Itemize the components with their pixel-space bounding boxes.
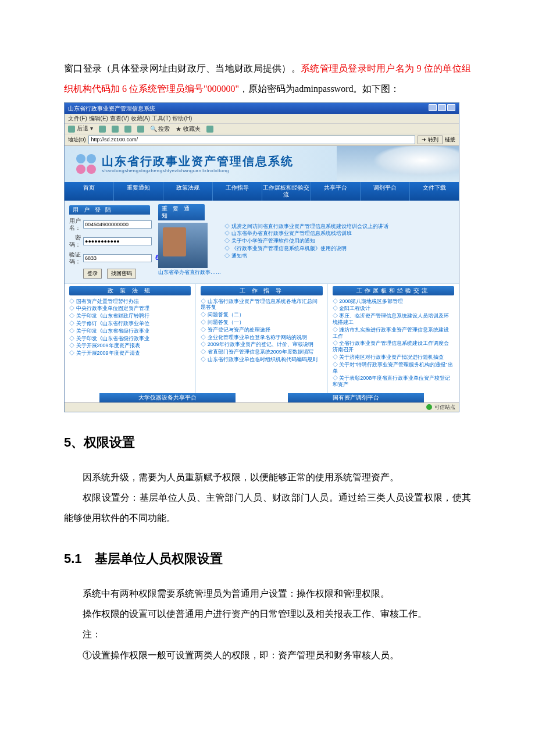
footer-link-right[interactable]: 国有资产调剂平台	[288, 393, 424, 402]
list-item[interactable]: 关于修订《山东省行政事业单位	[69, 320, 191, 327]
list-item[interactable]: 枣庄、临沂资产管理信息系统建设人员培训及环境搭建工	[333, 312, 454, 326]
list-item[interactable]: 山东省举办省直行政事业资产管理信息系统线培训班	[224, 230, 388, 237]
list-item[interactable]: 关于印发《山东省省级行政事业	[69, 327, 191, 335]
list-item[interactable]: 观赏之间访问省直行政事业资产管理信息系统建设培训会议上的讲话	[224, 223, 388, 230]
notice-list: 观赏之间访问省直行政事业资产管理信息系统建设培训会议上的讲话 山东省举办省直行政…	[224, 223, 388, 276]
maximize-icon[interactable]	[438, 104, 446, 111]
list-item[interactable]: 《行政事业资产管理信息系统单机版》使用的说明	[224, 245, 388, 252]
list-item[interactable]: 关于开展2009年度资产报表	[69, 342, 191, 350]
back-label: 后退	[77, 125, 88, 131]
nav-item[interactable]: 工作指导	[213, 182, 262, 201]
list-item[interactable]: 山东省行政事业单位临时组织机构代码编码规则	[201, 356, 322, 363]
status-text: 可信站点	[434, 404, 455, 411]
password-label: 密 码：	[69, 234, 81, 248]
window-buttons[interactable]	[427, 104, 455, 113]
notice-caption[interactable]: 山东省举办省直行政事……	[158, 269, 221, 276]
list-item[interactable]: 金阳工程设计	[333, 305, 454, 312]
window-titlebar: 山东省行政事业资产管理信息系统	[65, 103, 459, 114]
close-icon[interactable]	[447, 104, 455, 111]
notice-image	[158, 223, 208, 268]
list-item[interactable]: 关于中小学资产管理软件使用的通知	[224, 237, 388, 245]
list-item[interactable]: 关于开展2009年度资产清查	[69, 350, 191, 357]
logo-icon	[76, 154, 96, 174]
paragraph-login-intro: 窗口登录（具体登录网址由财政厅、当地财政局提供）。系统管理员登录时用户名为 9 …	[64, 58, 471, 99]
nav-item[interactable]: 共享平台	[311, 182, 361, 201]
home-icon[interactable]	[137, 126, 144, 133]
site-banner: 山东省行政事业资产管理信息系统 shandongshengxingzhengsh…	[65, 146, 459, 182]
window-title: 山东省行政事业资产管理信息系统	[68, 105, 155, 112]
browser-toolbar[interactable]: 后退 ▾ 🔍 搜索 ★ 收藏夹	[65, 124, 459, 134]
nav-item[interactable]: 重要通知	[114, 182, 163, 201]
col-title: 工 作 指 导	[201, 286, 322, 295]
password-input[interactable]	[83, 237, 152, 245]
heading-5-1: 5.1 基层单位人员权限设置	[64, 545, 471, 573]
refresh-icon[interactable]	[124, 126, 131, 133]
main-row: 用 户 登 陆 用户名： 密 码： 验证码： 6833 登录 找回密码	[65, 201, 459, 283]
go-label: 转到	[428, 137, 438, 142]
list-item[interactable]: 2009年行政事业资产的登记、计价、审核说明	[201, 341, 322, 348]
history-icon[interactable]	[206, 126, 213, 133]
username-label: 用户名：	[69, 217, 81, 231]
notice-panel-title: 重 要 通 知	[158, 204, 205, 220]
minimize-icon[interactable]	[429, 104, 437, 111]
col-guidance: 工 作 指 导 山东省行政事业资产管理信息系统各地市汇总问题答复 问题答复（二）…	[196, 284, 327, 393]
username-input[interactable]	[83, 220, 152, 229]
login-button[interactable]: 登录	[83, 269, 102, 279]
col-experience: 工作展板和经验交流 2008第八期地税区多部管理 金阳工程设计 枣庄、临沂资产管…	[328, 284, 459, 393]
paragraph: 操作权限的设置可以使普通用户进行资产的日常管理以及相关报表工作、审核工作。	[64, 604, 471, 624]
text: 窗口登录（具体登录网址由财政厅、当地财政局提供）。	[64, 63, 301, 73]
col-title: 工作展板和经验交流	[333, 286, 454, 295]
nav-item[interactable]: 首页	[65, 182, 114, 201]
captcha-label: 验证码：	[69, 251, 81, 265]
paragraph: 因系统升级，需要为人员重新赋予权限，以便能够正常的使用系统管理资产。	[64, 467, 471, 487]
list-item[interactable]: 关于表彰2008年度省直行政事业单位资产校登记和资产	[333, 375, 454, 388]
list-item[interactable]: 省直部门资产管理信息系统2009年度数据填写	[201, 348, 322, 356]
nav-item[interactable]: 政策法规	[163, 182, 213, 201]
address-input[interactable]: http://sd.zc100.com/	[88, 135, 416, 144]
go-button[interactable]: ➜ 转到	[418, 135, 443, 144]
list-item[interactable]: 资产登记与资产的处理选择	[201, 326, 322, 334]
banner-image	[337, 146, 459, 182]
address-label: 地址(D)	[68, 137, 86, 143]
nav-item[interactable]: 调剂平台	[361, 182, 410, 201]
paragraph: ①设置操作权限一般可设置两类人的权限，即：资产管理员和财务审核人员。	[64, 645, 471, 665]
trust-icon	[426, 404, 432, 410]
back-icon[interactable]	[68, 126, 75, 133]
captcha-input[interactable]	[83, 254, 152, 262]
embedded-screenshot: 山东省行政事业资产管理信息系统 文件(F) 编辑(E) 查看(V) 收藏(A) …	[64, 102, 459, 412]
text: ，原始密码为adminpassword。如下图：	[239, 84, 400, 94]
list-item[interactable]: 关于济南区对行政事业资产情况进行随机抽查	[333, 354, 454, 361]
list-item[interactable]: 中央行政事业单位固定资产管理	[69, 305, 191, 312]
list-item[interactable]: 问题答复（一）	[201, 319, 322, 326]
list-item[interactable]: 关于印发《山东省省级行政事业	[69, 335, 191, 343]
fav-label: 收藏夹	[183, 126, 201, 132]
links-label: 链接	[445, 137, 455, 143]
list-item[interactable]: 山东省行政事业资产管理信息系统各地市汇总问题答复	[201, 298, 322, 312]
list-item[interactable]: 全省行政事业资产管理信息系统建设工作调度会济南召开	[333, 340, 454, 354]
nav-item[interactable]: 工作展板和经验交流	[262, 182, 312, 201]
stop-icon[interactable]	[112, 126, 119, 133]
list-item[interactable]: 问题答复（二）	[201, 311, 322, 319]
list-item[interactable]: 2008第八期地税区多部管理	[333, 298, 454, 305]
three-columns: 政 策 法 规 国有资产处置管理暂行办法 中央行政事业单位固定资产管理 关于印发…	[65, 283, 459, 393]
forgot-password-button[interactable]: 找回密码	[107, 269, 136, 279]
list-item[interactable]: 潍坊市扎实推进行政事业资产管理信息系统建设工作	[333, 326, 454, 340]
list-item[interactable]: 通知书	[224, 252, 388, 260]
field-password: 密 码：	[69, 234, 150, 248]
col-title: 政 策 法 规	[69, 286, 191, 295]
paragraph: 注：	[64, 624, 471, 644]
login-panel: 用 户 登 陆 用户名： 密 码： 验证码： 6833 登录 找回密码	[65, 201, 155, 283]
browser-menubar[interactable]: 文件(F) 编辑(E) 查看(V) 收藏(A) 工具(T) 帮助(H)	[65, 114, 459, 124]
list-item[interactable]: 国有资产处置管理暂行办法	[69, 298, 191, 305]
banner-title: 山东省行政事业资产管理信息系统	[102, 154, 294, 168]
paragraph: 系统中有两种权限需要系统管理员为普通用户设置：操作权限和管理权限。	[64, 583, 471, 604]
login-panel-title: 用 户 登 陆	[69, 205, 150, 215]
list-item[interactable]: 关于印发《山东省财政厅转聘行	[69, 312, 191, 320]
nav-item[interactable]: 文件下载	[410, 182, 459, 201]
banner-subtitle: shandongshengxingzhengshiyezichanguanlix…	[102, 168, 294, 174]
list-item[interactable]: 关于对"特聘行政事业资产管理服务机构的通报"出单	[333, 361, 454, 375]
forward-icon[interactable]	[99, 126, 106, 133]
list-item[interactable]: 企业化管理事业单位登录名称于网站的说明	[201, 334, 322, 341]
footer-link-left[interactable]: 大学仪器设备共享平台	[99, 393, 236, 402]
notice-panel: 重 要 通 知 山东省举办省直行政事…… 观赏之间访问省直行政事业资产管理信息系…	[155, 201, 459, 283]
